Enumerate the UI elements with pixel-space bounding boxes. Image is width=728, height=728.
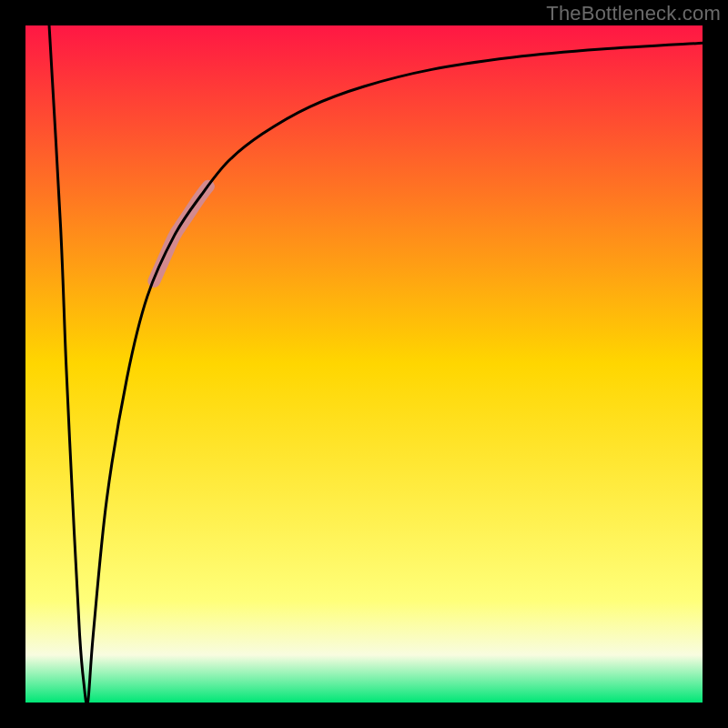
plot-background xyxy=(25,25,703,703)
chart-svg xyxy=(0,0,728,728)
chart-container: TheBottleneck.com xyxy=(0,0,728,728)
watermark-text: TheBottleneck.com xyxy=(546,2,721,25)
